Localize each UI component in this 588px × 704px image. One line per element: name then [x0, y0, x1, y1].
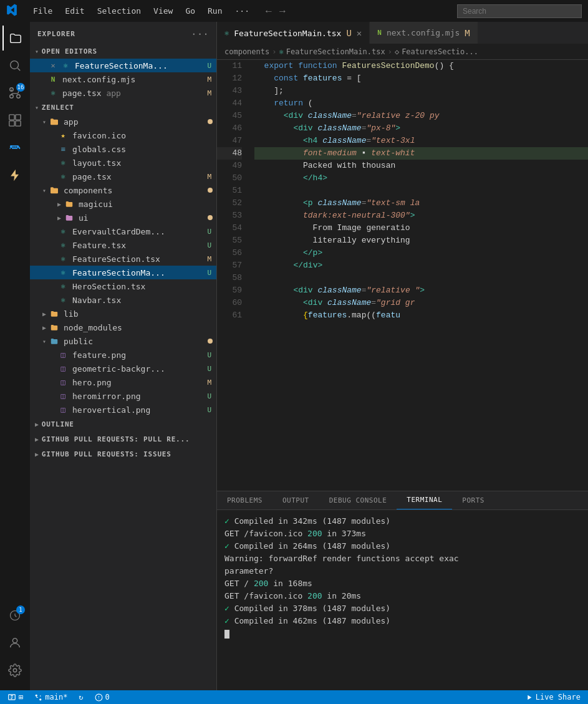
term-line: Warning: forwardRef render functions acc… — [224, 552, 581, 565]
tsx-icon: ⚛ — [57, 267, 69, 278]
svg-rect-5 — [16, 115, 21, 120]
folder-icon — [49, 116, 60, 127]
search-input[interactable] — [457, 4, 582, 18]
terminal-tab-terminal[interactable]: TERMINAL — [397, 491, 452, 509]
tab-nextconfig[interactable]: N next.config.mjs M — [370, 22, 478, 44]
activity-lightning[interactable] — [2, 163, 27, 188]
svg-rect-6 — [9, 121, 14, 126]
folder-name: lib — [64, 309, 216, 319]
file-herovertical[interactable]: ◫ herovertical.png U — [30, 403, 216, 417]
folder-node-modules[interactable]: ▶ node_modules — [30, 321, 216, 334]
activity-account[interactable] — [2, 630, 27, 655]
file-featuresection[interactable]: ⚛ FeatureSection.tsx M — [30, 252, 216, 266]
menu-edit[interactable]: Edit — [60, 4, 89, 17]
folder-name: magicui — [79, 200, 216, 209]
github-pr-header[interactable]: ▶ GITHUB PULL REQUESTS: PULL RE... — [30, 432, 216, 446]
activity-settings[interactable] — [2, 658, 27, 683]
folder-lib[interactable]: ▶ lib — [30, 307, 216, 321]
menu-selection[interactable]: Selection — [92, 4, 146, 17]
live-share-status[interactable]: Live Share — [523, 690, 583, 704]
file-favicon[interactable]: ★ favicon.ico — [30, 128, 216, 142]
activity-extensions[interactable] — [2, 108, 27, 133]
code-content[interactable]: 11 12 43 44 45 46 47 48 49 50 51 52 53 5… — [217, 60, 588, 491]
outline-label: OUTLINE — [42, 420, 74, 428]
file-geometric[interactable]: ◫ geometric-backgr... U — [30, 362, 216, 375]
folder-public[interactable]: ▾ public — [30, 334, 216, 348]
file-heromirror[interactable]: ◫ heromirror.png U — [30, 389, 216, 403]
file-hero-png[interactable]: ◫ hero.png M — [30, 375, 216, 389]
sidebar-more-button[interactable]: ··· — [191, 28, 209, 40]
folder-ui[interactable]: ▶ ui — [30, 211, 216, 224]
terminal-tab-debug[interactable]: DEBUG CONSOLE — [319, 491, 397, 509]
file-herosection[interactable]: ⚛ HeroSection.tsx — [30, 279, 216, 293]
tab-close-button[interactable]: ✕ — [357, 28, 362, 38]
term-cursor-line — [224, 627, 581, 640]
errors-status[interactable]: 0 — [92, 690, 112, 704]
file-evervault[interactable]: ⚛ EvervaultCardDem... U — [30, 224, 216, 238]
menu-file[interactable]: File — [28, 4, 57, 17]
activity-search[interactable] — [2, 53, 27, 78]
line-num: 61 — [217, 309, 242, 322]
activity-docker[interactable] — [2, 135, 27, 160]
folder-arrow: ▾ — [42, 118, 46, 125]
nav-forward-button[interactable]: → — [277, 6, 287, 17]
terminal-tab-problems[interactable]: PROBLEMS — [217, 491, 272, 509]
file-featuresectionmain[interactable]: ⚛ FeatureSectionMa... U — [30, 266, 216, 279]
line-num: 51 — [217, 185, 242, 197]
terminal-tab-output[interactable]: OUTPUT — [272, 491, 319, 509]
menu-go[interactable]: Go — [180, 4, 200, 17]
sync-status[interactable]: ↻ — [76, 690, 85, 704]
file-navbar[interactable]: ⚛ Navbar.tsx — [30, 293, 216, 307]
outline-header[interactable]: ▶ OUTLINE — [30, 417, 216, 432]
folder-icon — [49, 308, 60, 319]
activity-remote[interactable]: 1 — [2, 603, 27, 628]
tsx-icon: ⚛ — [47, 87, 59, 99]
tab-modified: U — [346, 28, 351, 38]
open-editor-item-feature[interactable]: ✕ ⚛ FeatureSectionMa... U — [30, 59, 216, 72]
sidebar-content: ▾ OPEN EDITORS ✕ ⚛ FeatureSectionMa... U… — [30, 44, 216, 690]
file-badge: U — [207, 351, 211, 359]
file-layout[interactable]: ⚛ layout.tsx — [30, 156, 216, 170]
file-name: geometric-backgr... — [72, 364, 203, 374]
terminal-tab-ports[interactable]: PORTS — [452, 491, 494, 509]
file-globals[interactable]: ≡ globals.css — [30, 142, 216, 156]
file-feature-png[interactable]: ◫ feature.png U — [30, 348, 216, 362]
github-issues-header[interactable]: ▶ GITHUB PULL REQUESTS: ISSUES — [30, 446, 216, 461]
open-editor-item-next[interactable]: N next.config.mjs M — [30, 72, 216, 86]
breadcrumb-components[interactable]: components — [224, 47, 269, 56]
breadcrumb-symbol: ◇ FeaturesSectio... — [395, 47, 478, 56]
png-icon: ◫ — [57, 377, 69, 388]
nav-back-button[interactable]: ← — [264, 6, 274, 17]
file-name: page.tsx — [72, 172, 203, 181]
branch-status[interactable]: main* — [32, 690, 70, 704]
open-editors-header[interactable]: ▾ OPEN EDITORS — [30, 44, 216, 59]
folder-magicui[interactable]: ▶ magicui — [30, 197, 216, 211]
project-header[interactable]: ▾ ZENLECT — [30, 100, 216, 115]
menu-more[interactable]: ··· — [230, 4, 254, 17]
folder-components[interactable]: ▾ components — [30, 183, 216, 197]
line-num: 47 — [217, 135, 242, 147]
line-num: 56 — [217, 247, 242, 259]
code-lines[interactable]: export function FeaturesSectionDemo() { … — [249, 60, 588, 491]
terminal-content[interactable]: ✓ Compiled in 342ms (1487 modules) GET /… — [217, 510, 588, 690]
tab-featuresectionmain[interactable]: ⚛ FeatureSectionMain.tsx U ✕ — [217, 22, 370, 44]
file-badge: M — [207, 89, 211, 97]
open-editors-label: OPEN EDITORS — [42, 47, 97, 55]
png-icon: ◫ — [57, 349, 69, 360]
activity-source-control[interactable]: 16 — [2, 80, 27, 105]
breadcrumb-file: ⚛ FeatureSectionMain.tsx — [279, 47, 385, 56]
tsx-icon: ⚛ — [57, 239, 69, 251]
code-line: </div> — [254, 259, 588, 272]
menu-run[interactable]: Run — [203, 4, 227, 17]
open-editor-item-page[interactable]: ⚛ page.tsx app M — [30, 86, 216, 100]
line-num: 55 — [217, 234, 242, 247]
remote-status[interactable]: ⊞ — [5, 690, 26, 704]
menu-view[interactable]: View — [148, 4, 178, 17]
file-feature[interactable]: ⚛ Feature.tsx U — [30, 238, 216, 252]
file-page-app[interactable]: ⚛ page.tsx M — [30, 170, 216, 183]
close-icon[interactable]: ✕ — [47, 60, 59, 71]
folder-app[interactable]: ▾ app — [30, 115, 216, 128]
breadcrumb: components › ⚛ FeatureSectionMain.tsx › … — [217, 44, 588, 60]
activity-explorer[interactable] — [2, 26, 27, 51]
tsx-icon: ⚛ — [57, 171, 69, 182]
